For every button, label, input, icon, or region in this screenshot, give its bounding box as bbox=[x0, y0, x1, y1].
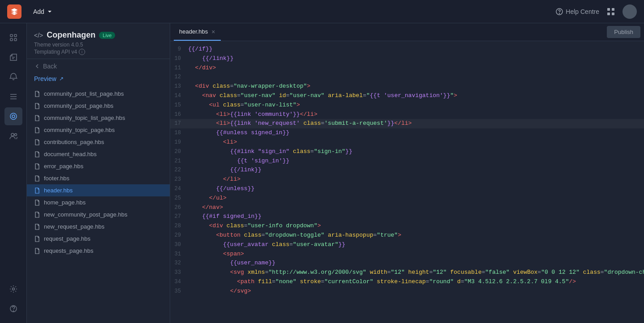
file-item-community_topic_page-hbs[interactable]: community_topic_page.hbs bbox=[27, 124, 170, 136]
line-number: 28 bbox=[170, 221, 188, 230]
file-icon bbox=[34, 212, 40, 218]
line-content: </ul> bbox=[188, 194, 637, 203]
line-number: 15 bbox=[170, 101, 188, 110]
line-number: 23 bbox=[170, 175, 188, 184]
line-content: <ul class="user-nav-list"> bbox=[188, 101, 637, 110]
publish-button[interactable]: Publish bbox=[607, 26, 640, 38]
nav-reports[interactable] bbox=[4, 48, 22, 66]
file-item-document_head-hbs[interactable]: document_head.hbs bbox=[27, 148, 170, 160]
code-line-24: 24 {{/unless}} bbox=[170, 184, 644, 194]
line-number: 10 bbox=[170, 54, 188, 63]
grid-icon[interactable] bbox=[606, 7, 615, 16]
sidebar: </> Copenhagen Live Theme version 4.0.5 … bbox=[27, 23, 170, 323]
svg-rect-5 bbox=[612, 13, 614, 15]
sidebar-header: </> Copenhagen Live Theme version 4.0.5 … bbox=[27, 23, 170, 59]
line-content: <li>{{link 'new_request' class='submit-a… bbox=[188, 119, 637, 128]
line-number: 13 bbox=[170, 82, 188, 91]
code-line-28: 28 <div class="user-info dropdown"> bbox=[170, 221, 644, 231]
nav-support[interactable] bbox=[4, 300, 22, 318]
line-content: {{/unless}} bbox=[188, 184, 637, 194]
code-line-13: 13 <div class="nav-wrapper-desktop"> bbox=[170, 82, 644, 91]
file-icon bbox=[34, 187, 40, 194]
help-centre-button[interactable]: Help Centre bbox=[556, 8, 599, 15]
code-line-10: 10 {{/link}} bbox=[170, 54, 644, 64]
file-icon bbox=[34, 236, 40, 242]
code-line-9: 9{{/if}} bbox=[170, 45, 644, 54]
line-number: 21 bbox=[170, 157, 188, 166]
code-editor[interactable]: 9{{/if}}10 {{/link}}11 </div>12 13 <div … bbox=[170, 41, 644, 323]
nav-menu[interactable] bbox=[4, 88, 22, 106]
line-number: 14 bbox=[170, 91, 188, 100]
nav-alerts[interactable] bbox=[4, 68, 22, 86]
nav-preview[interactable] bbox=[4, 107, 22, 125]
file-item-community_post_page-hbs[interactable]: community_post_page.hbs bbox=[27, 100, 170, 112]
svg-rect-7 bbox=[14, 34, 17, 37]
file-name: footer.hbs bbox=[44, 175, 69, 182]
file-icon bbox=[34, 91, 40, 97]
code-line-15: 15 <ul class="user-nav-list"> bbox=[170, 101, 644, 110]
tab-header-hbs[interactable]: header.hbs × bbox=[174, 23, 221, 41]
file-item-community_topic_list_page-hbs[interactable]: community_topic_list_page.hbs bbox=[27, 112, 170, 124]
line-number: 31 bbox=[170, 250, 188, 259]
info-icon[interactable]: i bbox=[79, 49, 85, 55]
file-item-home_page-hbs[interactable]: home_page.hbs bbox=[27, 196, 170, 208]
line-content: {{user_name}} bbox=[188, 259, 637, 268]
add-menu[interactable]: Add bbox=[29, 5, 57, 18]
line-number: 18 bbox=[170, 128, 188, 137]
file-icon bbox=[34, 115, 40, 121]
line-content: {{/link}} bbox=[188, 166, 637, 175]
user-avatar[interactable] bbox=[623, 4, 637, 19]
file-name: document_head.hbs bbox=[44, 151, 97, 157]
line-content bbox=[188, 72, 637, 82]
file-icon bbox=[34, 200, 40, 206]
line-content: <nav class="user-nav" id="user-nav" aria… bbox=[188, 91, 637, 101]
file-name: community_topic_page.hbs bbox=[44, 127, 115, 133]
file-item-new_request_page-hbs[interactable]: new_request_page.hbs bbox=[27, 221, 170, 233]
line-content: <svg xmlns="http://www.w3.org/2000/svg" … bbox=[188, 268, 644, 277]
tab-close-button[interactable]: × bbox=[211, 29, 215, 35]
svg-rect-8 bbox=[10, 38, 13, 41]
file-item-header-hbs[interactable]: header.hbs bbox=[27, 184, 170, 196]
nav-dashboard[interactable] bbox=[4, 29, 22, 47]
line-number: 24 bbox=[170, 184, 188, 193]
file-item-request_page-hbs[interactable]: request_page.hbs bbox=[27, 233, 170, 245]
app-logo[interactable] bbox=[7, 4, 21, 19]
line-number: 29 bbox=[170, 231, 188, 240]
line-content: {{#link "sign_in" class="sign-in"}} bbox=[188, 147, 637, 157]
file-item-contributions_page-hbs[interactable]: contributions_page.hbs bbox=[27, 136, 170, 148]
file-icon bbox=[34, 163, 40, 170]
line-content: {{#if signed_in}} bbox=[188, 212, 637, 221]
code-line-17: 17 <li>{{link 'new_request' class='submi… bbox=[170, 119, 644, 128]
help-label: Help Centre bbox=[566, 8, 599, 15]
file-icon bbox=[34, 103, 40, 109]
file-icon bbox=[34, 248, 40, 254]
file-name: request_page.hbs bbox=[44, 235, 90, 242]
line-number: 26 bbox=[170, 203, 188, 212]
svg-rect-6 bbox=[10, 34, 13, 37]
line-content: {{/if}} bbox=[188, 45, 637, 54]
file-name: community_topic_list_page.hbs bbox=[44, 115, 125, 121]
code-line-14: 14 <nav class="user-nav" id="user-nav" a… bbox=[170, 91, 644, 101]
file-item-footer-hbs[interactable]: footer.hbs bbox=[27, 172, 170, 184]
file-name: contributions_page.hbs bbox=[44, 139, 104, 145]
file-item-requests_page-hbs[interactable]: requests_page.hbs bbox=[27, 245, 170, 257]
line-number: 22 bbox=[170, 166, 188, 174]
topbar-right: Help Centre bbox=[556, 4, 637, 19]
line-number: 27 bbox=[170, 212, 188, 221]
theme-version: Theme version 4.0.5 bbox=[34, 42, 163, 48]
preview-link[interactable]: Preview ↗ bbox=[27, 73, 170, 86]
line-number: 33 bbox=[170, 268, 188, 277]
file-item-error_page-hbs[interactable]: error_page.hbs bbox=[27, 160, 170, 172]
code-line-27: 27 {{#if signed_in}} bbox=[170, 212, 644, 221]
file-item-community_post_list_page-hbs[interactable]: community_post_list_page.hbs bbox=[27, 88, 170, 100]
line-number: 19 bbox=[170, 138, 188, 147]
live-badge: Live bbox=[99, 32, 115, 39]
back-link[interactable]: Back bbox=[27, 59, 170, 73]
file-item-new_community_post_page-hbs[interactable]: new_community_post_page.hbs bbox=[27, 208, 170, 221]
line-number: 32 bbox=[170, 259, 188, 268]
nav-users[interactable] bbox=[4, 127, 22, 145]
nav-settings[interactable] bbox=[4, 280, 22, 298]
line-number: 25 bbox=[170, 194, 188, 203]
code-icon: </> bbox=[34, 32, 43, 39]
code-line-16: 16 <li>{{link 'community'}}</li> bbox=[170, 110, 644, 119]
